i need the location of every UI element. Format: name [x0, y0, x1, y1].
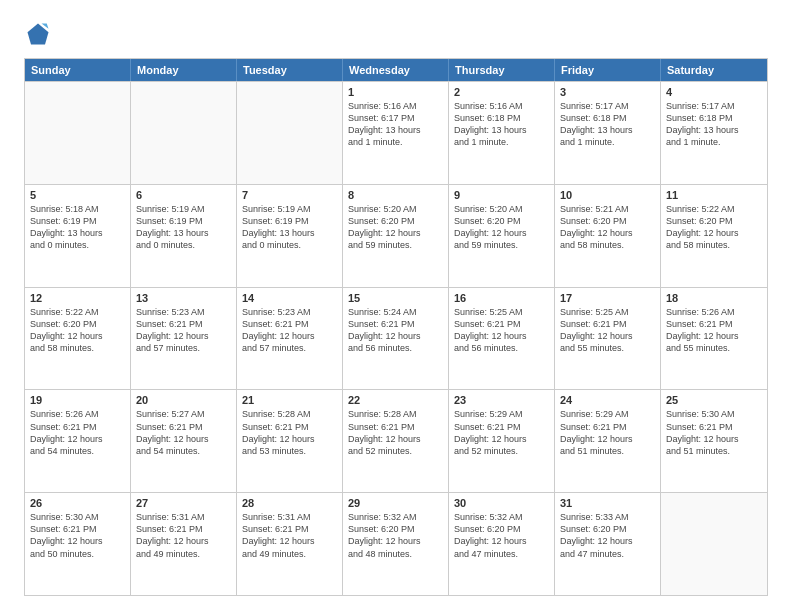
cell-info-line: Sunrise: 5:29 AM: [560, 408, 655, 420]
cell-info-line: Sunset: 6:21 PM: [454, 421, 549, 433]
cell-info-line: Sunrise: 5:20 AM: [454, 203, 549, 215]
calendar-cell: 14Sunrise: 5:23 AMSunset: 6:21 PMDayligh…: [237, 288, 343, 390]
cell-info-line: Sunrise: 5:28 AM: [242, 408, 337, 420]
calendar-cell: 24Sunrise: 5:29 AMSunset: 6:21 PMDayligh…: [555, 390, 661, 492]
cell-info-line: Daylight: 12 hours: [454, 227, 549, 239]
cell-info-line: Sunrise: 5:32 AM: [454, 511, 549, 523]
cell-info-line: Daylight: 12 hours: [242, 330, 337, 342]
day-number: 8: [348, 189, 443, 201]
calendar-cell: [25, 82, 131, 184]
cell-info-line: and 0 minutes.: [136, 239, 231, 251]
cell-info-line: Sunset: 6:21 PM: [666, 421, 762, 433]
calendar-header: SundayMondayTuesdayWednesdayThursdayFrid…: [25, 59, 767, 81]
cell-info-line: Sunrise: 5:27 AM: [136, 408, 231, 420]
day-number: 30: [454, 497, 549, 509]
cell-info-line: Sunrise: 5:25 AM: [454, 306, 549, 318]
cell-info-line: Sunset: 6:19 PM: [30, 215, 125, 227]
cell-info-line: and 47 minutes.: [454, 548, 549, 560]
cell-info-line: Daylight: 13 hours: [666, 124, 762, 136]
cell-info-line: Sunset: 6:20 PM: [666, 215, 762, 227]
day-number: 23: [454, 394, 549, 406]
cell-info-line: Sunset: 6:18 PM: [666, 112, 762, 124]
cell-info-line: and 55 minutes.: [560, 342, 655, 354]
cell-info-line: Sunrise: 5:31 AM: [242, 511, 337, 523]
cell-info-line: Sunrise: 5:33 AM: [560, 511, 655, 523]
calendar-cell: 11Sunrise: 5:22 AMSunset: 6:20 PMDayligh…: [661, 185, 767, 287]
calendar-cell: 15Sunrise: 5:24 AMSunset: 6:21 PMDayligh…: [343, 288, 449, 390]
cell-info-line: Daylight: 13 hours: [136, 227, 231, 239]
day-number: 12: [30, 292, 125, 304]
calendar-cell: [131, 82, 237, 184]
cell-info-line: and 58 minutes.: [30, 342, 125, 354]
cell-info-line: Sunrise: 5:17 AM: [666, 100, 762, 112]
calendar-cell: 22Sunrise: 5:28 AMSunset: 6:21 PMDayligh…: [343, 390, 449, 492]
cell-info-line: Sunset: 6:19 PM: [136, 215, 231, 227]
cell-info-line: Sunset: 6:21 PM: [666, 318, 762, 330]
cell-info-line: Daylight: 12 hours: [348, 227, 443, 239]
cell-info-line: and 55 minutes.: [666, 342, 762, 354]
cell-info-line: Daylight: 12 hours: [136, 330, 231, 342]
calendar-cell: 5Sunrise: 5:18 AMSunset: 6:19 PMDaylight…: [25, 185, 131, 287]
calendar-cell: [661, 493, 767, 595]
cell-info-line: Daylight: 12 hours: [136, 433, 231, 445]
cell-info-line: Sunset: 6:18 PM: [560, 112, 655, 124]
calendar-cell: [237, 82, 343, 184]
cell-info-line: Sunrise: 5:25 AM: [560, 306, 655, 318]
cell-info-line: Daylight: 12 hours: [242, 535, 337, 547]
cell-info-line: Daylight: 12 hours: [30, 433, 125, 445]
calendar-cell: 6Sunrise: 5:19 AMSunset: 6:19 PMDaylight…: [131, 185, 237, 287]
cell-info-line: Daylight: 12 hours: [560, 227, 655, 239]
cell-info-line: Daylight: 12 hours: [666, 227, 762, 239]
cell-info-line: and 50 minutes.: [30, 548, 125, 560]
day-number: 19: [30, 394, 125, 406]
cell-info-line: and 1 minute.: [666, 136, 762, 148]
cell-info-line: and 56 minutes.: [454, 342, 549, 354]
cell-info-line: Sunset: 6:21 PM: [242, 421, 337, 433]
cell-info-line: and 57 minutes.: [242, 342, 337, 354]
calendar-cell: 28Sunrise: 5:31 AMSunset: 6:21 PMDayligh…: [237, 493, 343, 595]
header-day-thursday: Thursday: [449, 59, 555, 81]
day-number: 7: [242, 189, 337, 201]
cell-info-line: Sunset: 6:17 PM: [348, 112, 443, 124]
day-number: 31: [560, 497, 655, 509]
day-number: 20: [136, 394, 231, 406]
cell-info-line: and 1 minute.: [454, 136, 549, 148]
cell-info-line: Sunset: 6:20 PM: [348, 523, 443, 535]
calendar-cell: 30Sunrise: 5:32 AMSunset: 6:20 PMDayligh…: [449, 493, 555, 595]
day-number: 24: [560, 394, 655, 406]
calendar-cell: 18Sunrise: 5:26 AMSunset: 6:21 PMDayligh…: [661, 288, 767, 390]
cell-info-line: Sunset: 6:21 PM: [454, 318, 549, 330]
logo-icon: [24, 20, 52, 48]
day-number: 15: [348, 292, 443, 304]
calendar-row-3: 12Sunrise: 5:22 AMSunset: 6:20 PMDayligh…: [25, 287, 767, 390]
cell-info-line: Daylight: 13 hours: [242, 227, 337, 239]
cell-info-line: Sunset: 6:20 PM: [560, 215, 655, 227]
cell-info-line: Daylight: 12 hours: [30, 535, 125, 547]
cell-info-line: and 49 minutes.: [136, 548, 231, 560]
calendar-cell: 25Sunrise: 5:30 AMSunset: 6:21 PMDayligh…: [661, 390, 767, 492]
header-day-friday: Friday: [555, 59, 661, 81]
day-number: 10: [560, 189, 655, 201]
cell-info-line: Sunrise: 5:32 AM: [348, 511, 443, 523]
cell-info-line: Sunrise: 5:30 AM: [666, 408, 762, 420]
cell-info-line: and 58 minutes.: [666, 239, 762, 251]
cell-info-line: Sunrise: 5:18 AM: [30, 203, 125, 215]
day-number: 13: [136, 292, 231, 304]
cell-info-line: and 1 minute.: [560, 136, 655, 148]
calendar-cell: 13Sunrise: 5:23 AMSunset: 6:21 PMDayligh…: [131, 288, 237, 390]
cell-info-line: and 47 minutes.: [560, 548, 655, 560]
calendar-row-4: 19Sunrise: 5:26 AMSunset: 6:21 PMDayligh…: [25, 389, 767, 492]
cell-info-line: and 51 minutes.: [560, 445, 655, 457]
day-number: 3: [560, 86, 655, 98]
day-number: 27: [136, 497, 231, 509]
cell-info-line: Sunset: 6:21 PM: [348, 318, 443, 330]
day-number: 28: [242, 497, 337, 509]
cell-info-line: Sunrise: 5:26 AM: [30, 408, 125, 420]
calendar-cell: 20Sunrise: 5:27 AMSunset: 6:21 PMDayligh…: [131, 390, 237, 492]
day-number: 11: [666, 189, 762, 201]
calendar-cell: 8Sunrise: 5:20 AMSunset: 6:20 PMDaylight…: [343, 185, 449, 287]
cell-info-line: Sunset: 6:21 PM: [30, 523, 125, 535]
cell-info-line: and 1 minute.: [348, 136, 443, 148]
cell-info-line: Sunrise: 5:23 AM: [136, 306, 231, 318]
cell-info-line: Sunrise: 5:28 AM: [348, 408, 443, 420]
